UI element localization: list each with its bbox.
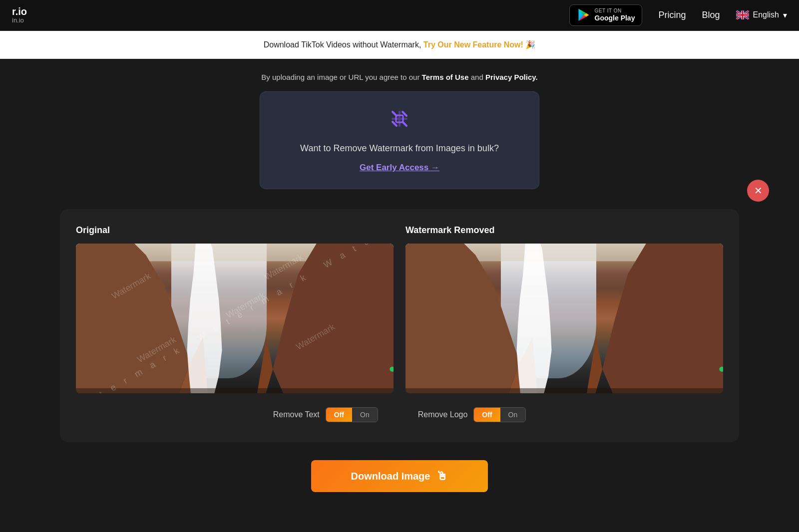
get-it-on-label: GET IT ON: [595, 8, 635, 14]
svg-rect-15: [405, 244, 723, 262]
close-button[interactable]: ✕: [747, 180, 769, 202]
language-selector[interactable]: English ▾: [736, 10, 787, 20]
removed-image-container: [405, 244, 723, 393]
google-play-name: Google Play: [595, 14, 635, 22]
original-image: Watermark Watermark Watermark Watermark …: [76, 244, 394, 393]
remove-text-toggle: Off On: [326, 407, 378, 422]
bulk-card: Want to Remove Watermark from Images in …: [260, 91, 539, 189]
removed-label: Watermark Removed: [405, 225, 723, 236]
bulk-icon: [280, 108, 519, 134]
svg-text:Watermark: Watermark: [110, 271, 152, 301]
blog-link[interactable]: Blog: [702, 10, 720, 20]
google-play-text: GET IT ON Google Play: [595, 8, 635, 22]
remove-logo-group: Remove Logo Off On: [418, 407, 526, 422]
download-image-button[interactable]: Download Image 🖱: [311, 460, 488, 492]
svg-point-14: [390, 367, 394, 372]
terms-of-use-link[interactable]: Terms of Use: [422, 73, 469, 81]
header: r.io in.io: [0, 0, 799, 31]
original-image-container: Watermark Watermark Watermark Watermark …: [76, 244, 394, 393]
google-play-icon: [577, 8, 591, 22]
original-label: Original: [76, 225, 394, 236]
get-early-access-link[interactable]: Get Early Access →: [360, 163, 439, 173]
chevron-down-icon: ▾: [783, 10, 787, 20]
svg-rect-9: [76, 388, 394, 393]
svg-text:Watermark: Watermark: [263, 252, 305, 282]
logo-top: r.io: [12, 6, 27, 17]
pricing-link[interactable]: Pricing: [658, 10, 686, 20]
remove-logo-toggle: Off On: [473, 407, 526, 422]
logo-bottom: in.io: [12, 17, 27, 24]
remove-logo-label: Remove Logo: [418, 410, 468, 419]
download-section: Download Image 🖱: [60, 460, 739, 492]
svg-text:Watermark: Watermark: [135, 334, 178, 365]
logo: r.io in.io: [12, 6, 27, 24]
agree-text: By uploading an image or URL you agree t…: [261, 73, 419, 81]
controls-row: Remove Text Off On Remove Logo Off On: [76, 407, 723, 422]
removed-image: [405, 244, 723, 393]
svg-rect-17: [405, 388, 723, 393]
agree-section: By uploading an image or URL you agree t…: [60, 59, 739, 81]
svg-text:Watermark: Watermark: [294, 322, 337, 352]
watermark-icon: [389, 108, 410, 130]
svg-rect-2: [76, 244, 394, 262]
remove-text-on-button[interactable]: On: [352, 408, 378, 422]
svg-point-22: [719, 367, 723, 372]
original-panel: Original: [76, 225, 394, 393]
agree-and: and: [471, 73, 483, 81]
svg-text:Watermark: Watermark: [224, 290, 267, 320]
bulk-title: Want to Remove Watermark from Images in …: [280, 142, 519, 155]
comparison-grid: Original: [76, 225, 723, 393]
google-play-button[interactable]: GET IT ON Google Play: [569, 4, 643, 26]
header-right: GET IT ON Google Play Pricing Blog Engli…: [569, 4, 787, 26]
remove-text-off-button[interactable]: Off: [326, 408, 352, 422]
download-label: Download Image: [351, 471, 430, 482]
remove-text-label: Remove Text: [273, 410, 320, 419]
language-label: English: [753, 10, 779, 19]
removed-panel: Watermark Removed: [405, 225, 723, 393]
main-content: By uploading an image or URL you agree t…: [0, 59, 799, 522]
banner-link[interactable]: Try Our New Feature Now! 🎉: [423, 40, 535, 49]
banner-text: Download TikTok Videos without Watermark…: [264, 40, 421, 49]
remove-logo-on-button[interactable]: On: [500, 408, 526, 422]
remove-logo-off-button[interactable]: Off: [474, 408, 500, 422]
promo-banner: Download TikTok Videos without Watermark…: [0, 31, 799, 59]
privacy-policy-link[interactable]: Privacy Policy.: [485, 73, 538, 81]
remove-text-group: Remove Text Off On: [273, 407, 378, 422]
cursor-icon: 🖱: [436, 469, 448, 483]
comparison-section: Original: [60, 209, 739, 442]
flag-icon: [736, 10, 749, 19]
